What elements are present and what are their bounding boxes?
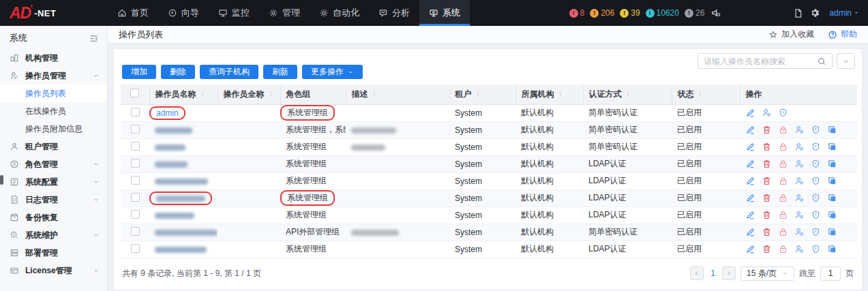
column-header[interactable]: 描述: [346, 85, 449, 104]
sidebar-subitem[interactable]: 操作员列表: [0, 85, 107, 102]
select-all-checkbox[interactable]: [130, 89, 139, 97]
add-button[interactable]: 增加: [122, 65, 156, 79]
lock-icon[interactable]: [778, 193, 788, 203]
sidebar-item-log[interactable]: 日志管理: [0, 191, 107, 209]
column-header[interactable]: 认证方式: [583, 85, 672, 104]
operator-name-link[interactable]: admin: [156, 108, 179, 118]
next-page-button[interactable]: [722, 266, 736, 280]
column-header[interactable]: 操作员名称: [149, 85, 218, 104]
sidebar-item-backup[interactable]: 备份恢复: [0, 209, 107, 226]
column-header[interactable]: 租户: [449, 85, 515, 104]
sidebar-subitem[interactable]: 在线操作员: [0, 102, 107, 120]
nav-item-analysis[interactable]: 分析: [369, 0, 419, 26]
page-size-select[interactable]: 15 条/页: [740, 266, 794, 281]
column-header[interactable]: 操作员全称: [218, 85, 280, 104]
alarm-badge[interactable]: ! 8: [569, 8, 585, 18]
column-header[interactable]: 角色组: [280, 85, 346, 104]
row-checkbox[interactable]: [131, 176, 140, 185]
sidebar-subitem[interactable]: 操作员附加信息: [0, 120, 107, 138]
column-header[interactable]: 操作: [740, 85, 857, 104]
edit-icon[interactable]: [745, 159, 755, 169]
alarm-badge[interactable]: i 10620: [646, 8, 679, 18]
lock-icon[interactable]: [778, 244, 788, 254]
edit-icon[interactable]: [745, 176, 755, 186]
nav-item-home[interactable]: 首页: [108, 0, 158, 26]
query-suborg-button[interactable]: 查询子机构: [200, 65, 258, 79]
permission-icon[interactable]: [811, 227, 821, 237]
refresh-button[interactable]: 刷新: [263, 65, 297, 79]
lock-icon[interactable]: [778, 227, 788, 237]
sidebar-collapse-icon[interactable]: [89, 33, 99, 44]
nav-item-automation[interactable]: 自动化: [310, 0, 369, 26]
row-checkbox[interactable]: [131, 227, 140, 236]
lock-icon[interactable]: [778, 176, 788, 186]
delete-icon[interactable]: [762, 210, 772, 220]
alarm-sound-icon[interactable]: [710, 7, 721, 18]
document-icon[interactable]: [793, 8, 803, 18]
delete-icon[interactable]: [762, 142, 772, 152]
app-logo[interactable]: AD’-NET: [0, 0, 108, 26]
user-settings-icon[interactable]: [762, 108, 772, 118]
alarm-badge[interactable]: ! 206: [590, 8, 614, 18]
column-header[interactable]: 状态: [672, 85, 740, 104]
row-checkbox[interactable]: [131, 193, 140, 202]
user-settings-icon[interactable]: [794, 176, 805, 186]
user-settings-icon[interactable]: [794, 159, 805, 169]
delete-button[interactable]: 删除: [161, 65, 195, 79]
permission-icon[interactable]: [811, 176, 821, 186]
delete-icon[interactable]: [762, 125, 772, 135]
permission-icon[interactable]: [778, 108, 788, 118]
column-header[interactable]: 所属机构: [515, 85, 583, 104]
lock-icon[interactable]: [778, 210, 788, 220]
edit-icon[interactable]: [745, 210, 755, 220]
sidebar-item-operator[interactable]: 操作员管理: [0, 67, 107, 85]
row-checkbox[interactable]: [131, 244, 140, 253]
edit-icon[interactable]: [745, 125, 755, 135]
permission-icon[interactable]: [811, 210, 821, 220]
permission-icon[interactable]: [811, 142, 821, 152]
nav-item-monitor[interactable]: 监控: [209, 0, 259, 26]
lock-icon[interactable]: [778, 159, 788, 169]
user-settings-icon[interactable]: [794, 227, 805, 237]
copy-icon[interactable]: [827, 244, 837, 254]
user-settings-icon[interactable]: [794, 125, 805, 135]
edit-icon[interactable]: [745, 244, 755, 254]
sidebar-item-license[interactable]: License管理: [0, 262, 107, 279]
row-checkbox[interactable]: [131, 210, 140, 219]
delete-icon[interactable]: [762, 159, 772, 169]
copy-icon[interactable]: [827, 142, 837, 152]
delete-icon[interactable]: [762, 227, 772, 237]
current-page[interactable]: 1: [708, 269, 717, 278]
alarm-badge[interactable]: ! 26: [685, 8, 704, 18]
edit-icon[interactable]: [745, 227, 755, 237]
lock-icon[interactable]: [778, 125, 788, 135]
delete-icon[interactable]: [762, 244, 772, 254]
search-icon[interactable]: [817, 57, 826, 66]
nav-item-manage[interactable]: 管理: [259, 0, 310, 26]
more-actions-button[interactable]: 更多操作: [302, 65, 363, 79]
nav-item-wizard[interactable]: 向导: [158, 0, 209, 26]
delete-icon[interactable]: [762, 176, 772, 186]
user-menu[interactable]: admin: [829, 8, 860, 18]
edit-icon[interactable]: [745, 193, 755, 203]
scrollbar-thumb[interactable]: [0, 175, 3, 185]
edit-icon[interactable]: [745, 108, 755, 118]
help-button[interactable]: 帮助: [828, 29, 857, 40]
user-settings-icon[interactable]: [794, 244, 805, 254]
edit-icon[interactable]: [745, 142, 755, 152]
settings-gear-icon[interactable]: [809, 7, 820, 18]
prev-page-button[interactable]: [690, 266, 704, 280]
user-settings-icon[interactable]: [794, 210, 805, 220]
permission-icon[interactable]: [811, 125, 821, 135]
lock-icon[interactable]: [778, 142, 788, 152]
search-options-button[interactable]: [837, 53, 855, 69]
sidebar-item-config[interactable]: 系统配置: [0, 173, 107, 191]
add-favorite-button[interactable]: 加入收藏: [768, 29, 814, 40]
sidebar-item-maintain[interactable]: 系统维护: [0, 226, 107, 244]
row-checkbox[interactable]: [131, 159, 140, 168]
sidebar-item-tenant[interactable]: 租户管理: [0, 138, 107, 155]
sidebar-item-deploy[interactable]: 部署管理: [0, 244, 107, 262]
delete-icon[interactable]: [762, 193, 772, 203]
copy-icon[interactable]: [827, 210, 837, 220]
nav-item-system[interactable]: 系统: [419, 0, 470, 26]
